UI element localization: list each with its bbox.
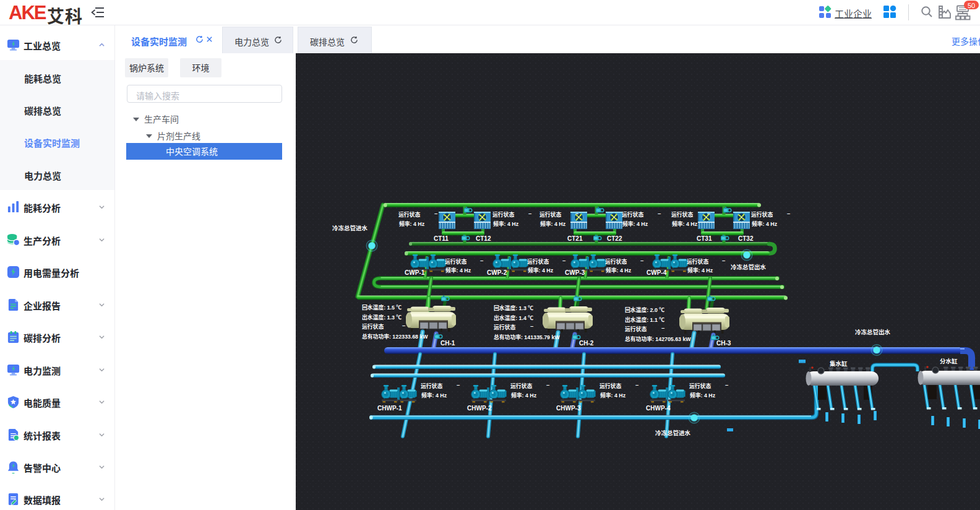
svg-text:CH-2: CH-2 — [579, 338, 594, 347]
svg-text:出水温度: 1.3 ℃: 出水温度: 1.3 ℃ — [362, 313, 402, 321]
svg-text:频率: 4 Hz: 频率: 4 Hz — [493, 220, 519, 228]
svg-text:总有功功率: 142705.63 kW: 总有功功率: 142705.63 kW — [625, 335, 691, 343]
svg-text:CHWP-1: CHWP-1 — [377, 403, 402, 412]
svg-text:CT31: CT31 — [697, 233, 712, 243]
svg-text:冷冻总管进水: 冷冻总管进水 — [655, 428, 691, 437]
svg-text:运行状态: 运行状态 — [689, 382, 711, 390]
svg-text:CT22: CT22 — [607, 233, 622, 243]
svg-text:出水温度: 1.4 ℃: 出水温度: 1.4 ℃ — [494, 314, 533, 322]
svg-text:CT32: CT32 — [738, 233, 754, 243]
svg-text:频率: 4 Hz: 频率: 4 Hz — [687, 266, 713, 274]
svg-text:CHWP-4: CHWP-4 — [646, 403, 671, 412]
svg-text:运行状态: 运行状态 — [622, 210, 643, 218]
svg-text:–: – — [707, 209, 710, 217]
svg-text:–: – — [635, 380, 638, 389]
svg-text:总有功功率: 122333.68 kW: 总有功功率: 122333.68 kW — [362, 332, 428, 340]
svg-text:–: – — [658, 209, 661, 217]
svg-text:分水缸: 分水缸 — [940, 357, 958, 365]
svg-text:集水缸: 集水缸 — [830, 359, 848, 368]
svg-text:运行状态: 运行状态 — [671, 210, 693, 218]
svg-text:–: – — [530, 321, 533, 330]
svg-text:频率: 4 Hz: 频率: 4 Hz — [445, 266, 471, 274]
svg-text:回水温度: 1.5 ℃: 回水温度: 1.5 ℃ — [362, 303, 402, 311]
svg-text:频率: 4 Hz: 频率: 4 Hz — [421, 391, 447, 399]
svg-text:–: – — [402, 321, 405, 329]
svg-text:运行状态: 运行状态 — [527, 257, 549, 266]
svg-text:运行状态: 运行状态 — [510, 382, 532, 390]
svg-text:频率: 4 Hz: 频率: 4 Hz — [752, 220, 778, 228]
svg-text:–: – — [722, 256, 725, 264]
svg-text:频率: 4 Hz: 频率: 4 Hz — [540, 220, 566, 228]
svg-text:CWP-3: CWP-3 — [565, 267, 585, 277]
svg-text:频率: 4 Hz: 频率: 4 Hz — [690, 391, 716, 399]
svg-text:回水温度: 1.3 ℃: 回水温度: 1.3 ℃ — [494, 304, 533, 312]
svg-text:运行状态: 运行状态 — [751, 210, 773, 218]
svg-text:频率: 4 Hz: 频率: 4 Hz — [511, 391, 537, 399]
svg-text:CH-3: CH-3 — [716, 338, 731, 347]
svg-text:频率: 4 Hz: 频率: 4 Hz — [672, 220, 698, 228]
svg-text:运行状态: 运行状态 — [600, 382, 621, 390]
svg-text:运行状态: 运行状态 — [362, 322, 384, 331]
svg-text:CWP-1: CWP-1 — [405, 267, 425, 277]
svg-text:频率: 4 Hz: 频率: 4 Hz — [399, 220, 425, 228]
svg-text:运行状态: 运行状态 — [539, 210, 561, 218]
svg-text:–: – — [528, 209, 531, 217]
svg-text:出水温度: 1.1 ℃: 出水温度: 1.1 ℃ — [625, 316, 664, 324]
svg-text:CHWP-3: CHWP-3 — [556, 403, 581, 412]
svg-text:冷冻总管出水: 冷冻总管出水 — [731, 262, 767, 271]
svg-text:CWP-4: CWP-4 — [647, 267, 667, 277]
svg-text:–: – — [725, 380, 728, 389]
svg-text:频率: 4 Hz: 频率: 4 Hz — [606, 266, 632, 274]
svg-text:CWP-2: CWP-2 — [487, 267, 507, 277]
svg-text:CT21: CT21 — [567, 233, 583, 243]
svg-text:–: – — [575, 209, 578, 217]
svg-text:频率: 4 Hz: 频率: 4 Hz — [622, 220, 648, 228]
svg-text:冷冻总管出水: 冷冻总管出水 — [855, 327, 891, 336]
svg-text:CT11: CT11 — [434, 233, 449, 243]
svg-text:运行状态: 运行状态 — [421, 382, 442, 390]
svg-text:–: – — [787, 209, 790, 217]
svg-text:–: – — [480, 256, 483, 264]
svg-text:CHWP-2: CHWP-2 — [467, 403, 492, 412]
svg-text:运行状态: 运行状态 — [492, 210, 514, 218]
svg-text:–: – — [457, 380, 460, 389]
svg-text:–: – — [640, 256, 643, 264]
svg-text:运行状态: 运行状态 — [605, 257, 627, 266]
svg-text:–: – — [661, 323, 664, 332]
svg-text:冷冻总管进水: 冷冻总管进水 — [332, 223, 368, 232]
svg-text:–: – — [546, 380, 549, 389]
svg-text:CT12: CT12 — [476, 233, 491, 243]
svg-text:频率: 4 Hz: 频率: 4 Hz — [528, 266, 554, 274]
svg-text:运行状态: 运行状态 — [445, 257, 466, 266]
svg-text:运行状态: 运行状态 — [398, 210, 420, 218]
svg-text:运行状态: 运行状态 — [625, 325, 647, 333]
svg-text:频率: 4 Hz: 频率: 4 Hz — [600, 391, 626, 399]
svg-text:运行状态: 运行状态 — [687, 257, 708, 266]
svg-text:CH-1: CH-1 — [441, 338, 455, 347]
svg-text:–: – — [562, 256, 565, 264]
svg-text:回水温度: 2.0 ℃: 回水温度: 2.0 ℃ — [625, 306, 664, 314]
svg-text:总有功功率: 141335.79 kW: 总有功功率: 141335.79 kW — [494, 333, 560, 341]
svg-text:–: – — [434, 209, 437, 217]
svg-text:运行状态: 运行状态 — [494, 323, 515, 331]
